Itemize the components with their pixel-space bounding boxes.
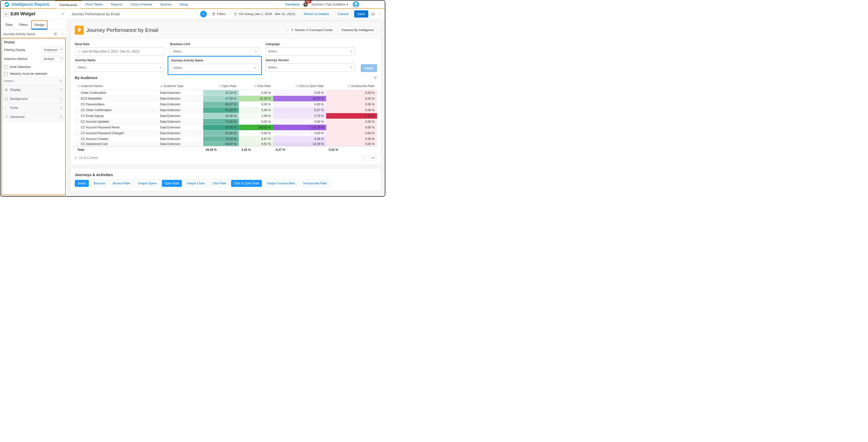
filter-campaign: Campaign Select..: [266, 42, 355, 56]
feedback-link[interactable]: Feedback: [285, 2, 300, 6]
selection-method-select[interactable]: Multiple: [42, 56, 63, 62]
preview-icon[interactable]: [371, 12, 375, 16]
table-row[interactable]: CC Account CreatedData Extension73.33 %6…: [75, 136, 377, 142]
dashboard-title: Journey Performance by Email: [86, 27, 287, 33]
cancel-button[interactable]: Cancel: [335, 10, 352, 18]
editor-tab-data[interactable]: Data: [2, 20, 15, 30]
journey-name-select[interactable]: Select..: [75, 63, 164, 71]
table-filter-icon[interactable]: [374, 76, 377, 80]
pill-unsubscribe-rate[interactable]: Unsubscribe Rate: [300, 180, 330, 187]
svg-point-4: [305, 3, 306, 4]
campaign-select[interactable]: Select..: [266, 48, 355, 56]
send-date-label: Send Date: [75, 42, 164, 46]
add-button[interactable]: +: [200, 11, 207, 17]
calendar-icon: [78, 50, 81, 53]
edit-panel-tabs: DataFiltersDesign: [0, 19, 67, 30]
table-row[interactable]: CC Account UpdatedData Extension75.00 %0…: [75, 119, 377, 125]
accordion-display[interactable]: Display⇅: [2, 85, 65, 94]
filter-icon: [212, 12, 216, 16]
accordion-fonts[interactable]: TFonts⇅: [2, 103, 65, 113]
cell-click-rate: 2.46 %: [239, 113, 273, 119]
table-row[interactable]: CC PasswordlessData Extension66.67 %0.00…: [75, 102, 377, 107]
col-unsubscribe-rate[interactable]: #Unsubscribe Rate: [326, 82, 377, 90]
table-row[interactable]: CC Account Password ResetData Extension8…: [75, 125, 377, 130]
table-row[interactable]: CC Abandoned CartData Extension66.67 %9.…: [75, 142, 377, 147]
square-icon: [4, 97, 8, 101]
svg-rect-22: [78, 51, 80, 53]
editor-tab-design[interactable]: Design: [31, 20, 48, 30]
col-audience-name[interactable]: ⊟Audience Name ↓: [75, 82, 158, 90]
send-date-input[interactable]: Last 30 Days (Dec 2, 2022 - Dec 31, 2022…: [75, 48, 164, 56]
top-search-box[interactable]: [362, 2, 382, 7]
design-search-input[interactable]: [2, 77, 65, 85]
expand-horizontal-icon[interactable]: ↔: [362, 155, 368, 161]
accordion-background[interactable]: Background⇅: [2, 94, 65, 103]
filter-journey-activity-name: Journey Activity Name Select..: [167, 56, 262, 75]
close-icon[interactable]: ✕: [61, 11, 64, 16]
col-open-rate[interactable]: #Open Rate: [203, 82, 239, 90]
table-row[interactable]: CC Order ConfirmationData Extension81.82…: [75, 107, 377, 113]
svg-point-5: [306, 4, 307, 5]
pill-unique-unsubscribes[interactable]: Unique Unsubscribes: [264, 180, 298, 187]
collapse-icon[interactable]: ⇥⇤: [369, 155, 377, 161]
top-nav: Intelligence Reports DashboardsPivot Tab…: [0, 0, 385, 9]
toolbar: ▥ Edit Widget ✕ Journey Performance by E…: [0, 9, 385, 19]
pill-sends[interactable]: Sends: [75, 180, 89, 187]
notifications-icon[interactable]: 99+: [302, 1, 309, 8]
user-avatar-icon[interactable]: [353, 1, 359, 8]
widget-more-icon[interactable]: ⋮: [61, 32, 64, 36]
pill-bounce-rate[interactable]: Bounce Rate: [110, 180, 133, 187]
editor-tab-filters[interactable]: Filters: [16, 20, 31, 30]
more-icon[interactable]: ⋮: [378, 11, 382, 16]
values-must-checkbox[interactable]: [4, 72, 7, 75]
save-button[interactable]: Save: [354, 10, 368, 18]
filters-button[interactable]: Filters: [212, 12, 226, 16]
cell-unsub-rate: 0.00 %: [326, 96, 377, 102]
filtering-display-select[interactable]: Dropdown: [42, 47, 63, 53]
pager-text: 1 - 12 of 12 items: [75, 156, 98, 160]
cell-cto-rate: 9.09 %: [273, 136, 326, 142]
col-click-rate[interactable]: #Click Rate: [239, 82, 273, 90]
pill-bounces[interactable]: Bounces: [91, 180, 108, 187]
accordion-advanced[interactable]: Advanced⇅: [2, 113, 65, 121]
business-unit-select[interactable]: Select..: [170, 48, 259, 56]
powered-by-button[interactable]: Powered By Intelligence: [338, 27, 377, 34]
widget-name-row: Journey Activity Name ⋮: [0, 30, 67, 38]
nav-tab-queries[interactable]: Queries: [156, 0, 176, 8]
table-row[interactable]: CC Email SignupData Extension42.46 %2.46…: [75, 113, 377, 119]
pill-unique-opens[interactable]: Unique Opens: [135, 180, 160, 187]
nav-tab-reports[interactable]: Reports: [107, 0, 126, 8]
pill-unique-clicks[interactable]: Unique Clicks: [184, 180, 208, 187]
col-click-to-open-rate[interactable]: #Click to Open Rate: [273, 82, 326, 90]
limit-selection-checkbox[interactable]: [4, 65, 7, 69]
date-range-text: On Going (Jan 1, 2019 - Dec 31, 2022): [239, 12, 295, 16]
pill-open-rate[interactable]: Open Rate: [162, 180, 182, 187]
table-row[interactable]: Order ConfirmationData Extension33.33 %0…: [75, 90, 377, 96]
revert-button[interactable]: Revert to Default: [301, 10, 332, 18]
cell-name: ECS Newsletter: [75, 96, 158, 102]
monitor-command-center-button[interactable]: Monitor in Command Center: [287, 27, 336, 34]
cell-name: CC Account Password Reset: [75, 125, 158, 130]
svg-point-2: [6, 3, 8, 5]
nav-tab-pivot-tables[interactable]: Pivot Tables: [81, 0, 107, 8]
nav-tab-dashboards[interactable]: Dashboards: [55, 0, 81, 8]
nav-tab-cross-channel[interactable]: Cross-Channel: [126, 0, 156, 8]
org-selector[interactable]: Northern Trail Outfitters ▾: [312, 2, 348, 6]
apply-button[interactable]: Apply: [361, 64, 377, 72]
visibility-icon[interactable]: [54, 32, 57, 36]
table-row[interactable]: ECS NewsletterData Extension47.59 %42.29…: [75, 96, 377, 102]
cell-open-rate: 66.67 %: [203, 102, 239, 107]
date-range-button[interactable]: On Going (Jan 1, 2019 - Dec 31, 2022): [231, 10, 298, 17]
cell-type: Data Extension: [158, 102, 203, 107]
nav-tab-setup[interactable]: Setup: [176, 0, 192, 8]
accordion-label: Display: [10, 88, 21, 92]
journey-version-select[interactable]: Select..: [266, 63, 355, 71]
table-row[interactable]: CC Account Password ChangedData Extensio…: [75, 130, 377, 136]
col-audience-type[interactable]: ⊟Audience Type: [158, 82, 203, 90]
cell-name: Order Confirmation: [75, 90, 158, 96]
cell-open-rate: 75.00 %: [203, 119, 239, 125]
pill-click-rate[interactable]: Click Rate: [210, 180, 229, 187]
journey-activity-name-select[interactable]: Select..: [171, 64, 259, 72]
pill-click-to-open-rate[interactable]: Click to Open Rate: [231, 180, 262, 187]
svg-point-17: [79, 29, 80, 30]
